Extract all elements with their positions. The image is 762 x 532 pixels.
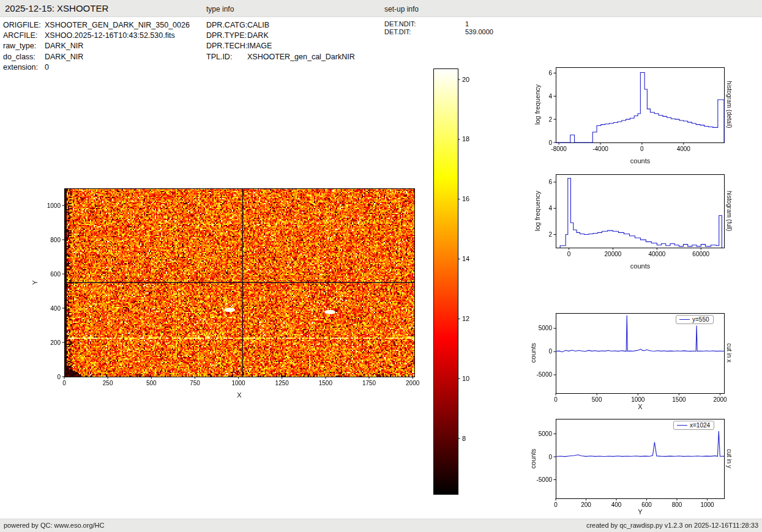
svg-text:1000: 1000 <box>631 396 645 403</box>
meta-value: DARK_NIR <box>45 52 83 62</box>
hist-full-xaxis-label: counts <box>630 262 650 270</box>
svg-text:1000: 1000 <box>700 501 714 508</box>
meta-row-dprcatg: DPR.CATG:CALIB <box>206 20 355 31</box>
svg-text:400: 400 <box>50 305 61 312</box>
svg-text:800: 800 <box>50 237 61 243</box>
cut-y-legend: x=1024 <box>673 421 714 430</box>
footer-left-text: powered by QC: www.eso.org/HC <box>4 522 104 529</box>
colorbar-gradient <box>433 68 458 494</box>
meta-value: IMAGE <box>247 41 272 51</box>
header-bar: 2025-12-15: XSHOOTER type info set-up in… <box>0 0 762 17</box>
meta-label: do_class: <box>3 52 45 62</box>
qc-report-page: 2025-12-15: XSHOOTER type info set-up in… <box>0 0 762 532</box>
page-title: 2025-12-15: XSHOOTER <box>5 3 108 13</box>
meta-value: XSHOOTER_GEN_DARK_NIR_350_0026 <box>45 20 190 31</box>
svg-text:0: 0 <box>57 374 61 380</box>
svg-text:750: 750 <box>190 380 200 386</box>
svg-text:500: 500 <box>146 380 157 386</box>
meta-value: 539.0000 <box>465 28 493 36</box>
svg-text:5000: 5000 <box>539 430 553 437</box>
setup-info-block: DET.NDIT:1 DET.DIT:539.0000 <box>384 20 493 36</box>
svg-text:0: 0 <box>554 396 558 403</box>
meta-row-extension: extension:0 <box>3 62 190 73</box>
meta-row-arcfile: ARCFILE:XSHOO.2025-12-16T10:43:52.530.fi… <box>3 31 190 41</box>
meta-row-rawtype: raw_type:DARK_NIR <box>3 41 190 51</box>
setup-info-heading: set-up info <box>384 5 419 13</box>
svg-text:6: 6 <box>548 70 552 76</box>
legend-label: y=550 <box>692 316 709 323</box>
svg-text:400: 400 <box>611 501 622 508</box>
svg-text:600: 600 <box>641 501 652 508</box>
footer-bar: powered by QC: www.eso.org/HC created by… <box>0 519 762 532</box>
legend-line-sample <box>677 425 687 426</box>
meta-label: DPR.CATG: <box>206 20 247 31</box>
svg-text:0: 0 <box>548 139 552 146</box>
svg-text:2000: 2000 <box>406 380 420 386</box>
meta-label: TPL.ID: <box>206 52 247 62</box>
meta-row-dit: DET.DIT:539.0000 <box>384 28 493 36</box>
meta-value: DARK <box>247 31 269 41</box>
meta-value: DARK_NIR <box>45 41 83 51</box>
meta-row-doclass: do_class:DARK_NIR <box>3 52 190 62</box>
svg-text:20000: 20000 <box>605 251 622 257</box>
hist-full-yaxis-label: log frequency <box>534 191 541 231</box>
detector-image-heatmap <box>64 188 414 377</box>
svg-text:8: 8 <box>462 435 466 442</box>
svg-text:6: 6 <box>548 179 552 185</box>
cut-y-xaxis-label: Y <box>638 508 642 515</box>
svg-text:40000: 40000 <box>648 251 665 257</box>
meta-value: 1 <box>465 20 469 28</box>
svg-text:-8000: -8000 <box>551 146 567 152</box>
svg-text:1000: 1000 <box>231 380 245 386</box>
svg-text:1750: 1750 <box>362 380 376 386</box>
meta-label: extension: <box>3 62 45 73</box>
svg-text:4000: 4000 <box>677 146 691 152</box>
svg-text:12: 12 <box>462 315 469 322</box>
meta-row-tplid: TPL.ID:XSHOOTER_gen_cal_DarkNIR <box>206 52 355 62</box>
svg-text:500: 500 <box>592 396 602 403</box>
svg-text:2: 2 <box>548 116 552 123</box>
meta-label: ORIGFILE: <box>3 20 45 31</box>
type-info-block: DPR.CATG:CALIB DPR.TYPE:DARK DPR.TECH:IM… <box>206 20 355 62</box>
svg-text:18: 18 <box>462 135 469 142</box>
meta-value: CALIB <box>247 20 269 31</box>
svg-text:4: 4 <box>548 93 552 100</box>
cut-y-side-label: cut in y <box>726 449 733 468</box>
main-xaxis-label: X <box>237 391 241 399</box>
meta-row-dprtype: DPR.TYPE:DARK <box>206 31 355 41</box>
svg-text:0: 0 <box>62 380 66 386</box>
meta-row-origfile: ORIGFILE:XSHOOTER_GEN_DARK_NIR_350_0026 <box>3 20 190 31</box>
meta-label: ARCFILE: <box>3 31 45 41</box>
svg-text:-4000: -4000 <box>592 146 608 152</box>
svg-text:5000: 5000 <box>539 325 553 331</box>
footer-right-text: created by qc_rawdisp.py v1.2.3 on 2025-… <box>586 522 758 529</box>
svg-text:600: 600 <box>50 271 61 278</box>
meta-label: DET.NDIT: <box>384 20 465 28</box>
main-yaxis-label: Y <box>31 280 39 284</box>
meta-value: XSHOO.2025-12-16T10:43:52.530.fits <box>45 31 175 41</box>
svg-text:0: 0 <box>567 251 571 257</box>
svg-text:2000: 2000 <box>713 396 727 403</box>
svg-text:60000: 60000 <box>692 251 709 257</box>
meta-row-ndit: DET.NDIT:1 <box>384 20 493 28</box>
meta-label: raw_type: <box>3 41 45 51</box>
meta-label: DPR.TYPE: <box>206 31 247 41</box>
svg-text:0: 0 <box>554 501 558 508</box>
legend-label: x=1024 <box>690 422 710 429</box>
cut-x-legend: y=550 <box>676 315 714 324</box>
meta-row-dprtech: DPR.TECH:IMAGE <box>206 41 355 51</box>
svg-text:200: 200 <box>581 501 591 508</box>
cut-x-xaxis-label: X <box>638 403 642 410</box>
meta-value: 0 <box>45 62 49 73</box>
svg-text:0: 0 <box>640 146 644 152</box>
svg-text:-5000: -5000 <box>536 476 552 483</box>
svg-text:16: 16 <box>462 195 469 202</box>
svg-text:250: 250 <box>103 380 113 386</box>
svg-text:0: 0 <box>548 348 552 355</box>
type-info-heading: type info <box>206 5 234 13</box>
hist-detail-xaxis-label: counts <box>630 157 650 164</box>
meta-label: DET.DIT: <box>384 28 465 36</box>
svg-text:10: 10 <box>462 375 469 382</box>
cut-x-side-label: cut in x <box>726 343 733 363</box>
cut-y-yaxis-label: counts <box>529 449 537 468</box>
